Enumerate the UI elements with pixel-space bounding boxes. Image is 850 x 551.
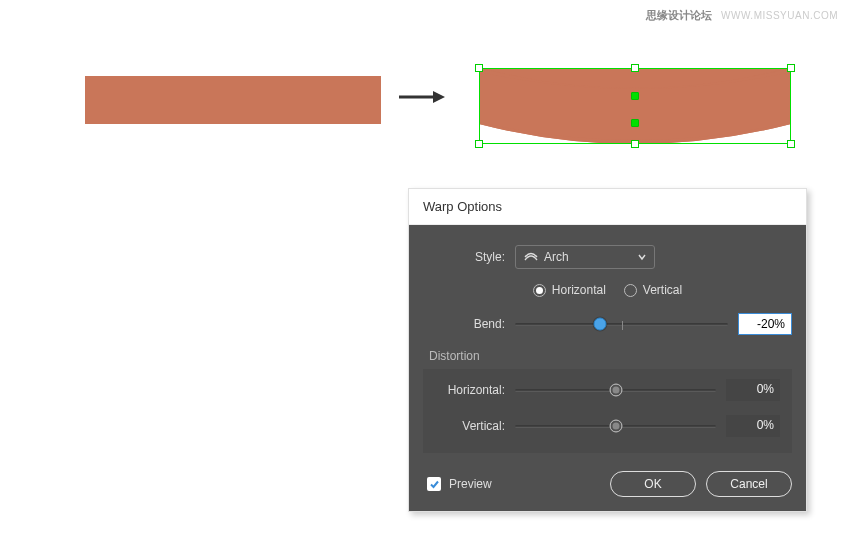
dialog-buttons: OK Cancel — [610, 471, 792, 497]
selection-handle-tm[interactable] — [631, 64, 639, 72]
dialog-body: Style: Arch Horizontal — [409, 225, 806, 511]
watermark-cn: 思缘设计论坛 — [646, 9, 712, 21]
selection-bounding-box[interactable] — [479, 68, 791, 144]
distortion-vertical-label: Vertical: — [423, 419, 515, 433]
preview-checkbox-wrap[interactable]: Preview — [427, 477, 492, 491]
arrow-icon — [399, 88, 445, 106]
distortion-horizontal-slider[interactable] — [515, 380, 716, 400]
selection-handle-tr[interactable] — [787, 64, 795, 72]
distortion-vertical-slider[interactable] — [515, 416, 716, 436]
cancel-button[interactable]: Cancel — [706, 471, 792, 497]
bend-row: Bend: -20% — [423, 313, 792, 335]
check-icon — [429, 479, 440, 490]
bend-slider[interactable] — [515, 314, 728, 334]
preview-label: Preview — [449, 477, 492, 491]
watermark: 思缘设计论坛 WWW.MISSYUAN.COM — [646, 8, 838, 23]
orientation-vertical[interactable]: Vertical — [624, 283, 682, 297]
selection-handle-br[interactable] — [787, 140, 795, 148]
selection-handle-bm[interactable] — [631, 140, 639, 148]
orientation-horizontal[interactable]: Horizontal — [533, 283, 606, 297]
chevron-down-icon — [638, 253, 646, 261]
distortion-vertical-thumb[interactable] — [609, 420, 622, 433]
arch-style-icon — [524, 252, 538, 262]
radio-vertical[interactable] — [624, 284, 637, 297]
distortion-horizontal-row: Horizontal: 0% — [423, 379, 780, 401]
bend-label: Bend: — [423, 317, 515, 331]
selection-handle-center-top[interactable] — [631, 92, 639, 100]
dialog-title: Warp Options — [409, 189, 806, 225]
bend-slider-thumb[interactable] — [594, 318, 607, 331]
style-label: Style: — [423, 250, 515, 264]
orientation-row: Horizontal Vertical — [423, 283, 792, 297]
style-dropdown[interactable]: Arch — [515, 245, 655, 269]
shape-before-rectangle — [85, 76, 381, 124]
svg-marker-1 — [433, 91, 445, 103]
ok-button[interactable]: OK — [610, 471, 696, 497]
style-value: Arch — [544, 250, 569, 264]
distortion-section-label: Distortion — [429, 349, 792, 363]
preview-checkbox[interactable] — [427, 477, 441, 491]
bend-value-input[interactable]: -20% — [738, 313, 792, 335]
selection-handle-bl[interactable] — [475, 140, 483, 148]
slider-tick-center — [622, 321, 623, 330]
orientation-horizontal-label: Horizontal — [552, 283, 606, 297]
distortion-horizontal-value[interactable]: 0% — [726, 379, 780, 401]
distortion-vertical-value[interactable]: 0% — [726, 415, 780, 437]
orientation-vertical-label: Vertical — [643, 283, 682, 297]
shape-after-selection[interactable] — [479, 68, 791, 144]
selection-handle-center-bottom[interactable] — [631, 119, 639, 127]
distortion-section: Horizontal: 0% Vertical: 0% — [423, 369, 792, 453]
distortion-horizontal-thumb[interactable] — [609, 384, 622, 397]
style-row: Style: Arch — [423, 245, 792, 269]
distortion-horizontal-label: Horizontal: — [423, 383, 515, 397]
dialog-bottom-row: Preview OK Cancel — [423, 471, 792, 497]
warp-options-dialog: Warp Options Style: Arch Horizo — [408, 188, 807, 512]
radio-horizontal[interactable] — [533, 284, 546, 297]
watermark-en: WWW.MISSYUAN.COM — [721, 10, 838, 21]
distortion-vertical-row: Vertical: 0% — [423, 415, 780, 437]
selection-handle-tl[interactable] — [475, 64, 483, 72]
